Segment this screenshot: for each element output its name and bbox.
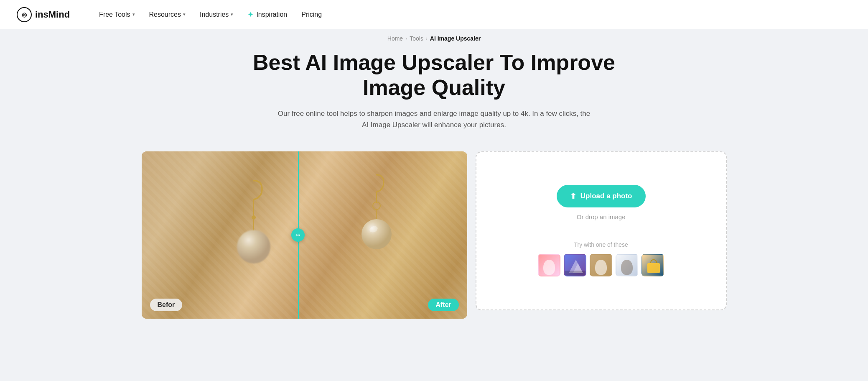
sparkle-icon: ✦ — [247, 10, 254, 19]
navbar: ◎ insMind Free Tools ▾ Resources ▾ Indus… — [0, 0, 868, 29]
sample-thumb-3[interactable] — [590, 254, 612, 276]
logo-icon: ◎ — [17, 7, 32, 22]
before-label: Befor — [150, 299, 183, 311]
nav-resources[interactable]: Resources ▾ — [143, 8, 191, 22]
brand-name: insMind — [35, 9, 70, 20]
sample-thumb-1[interactable] — [538, 254, 560, 276]
breadcrumb-home[interactable]: Home — [387, 35, 403, 42]
nav-inspiration[interactable]: ✦ Inspiration — [242, 7, 293, 23]
try-text: Try with one of these — [574, 241, 628, 248]
drop-text: Or drop an image — [577, 213, 626, 220]
upload-icon: ⬆ — [570, 192, 576, 201]
breadcrumb-sep-1: › — [405, 36, 407, 41]
svg-point-7 — [361, 219, 392, 249]
hero-section: Best AI Image Upscaler To Improve Image … — [0, 46, 868, 143]
earring-left-svg — [233, 176, 275, 268]
chevron-down-icon: ▾ — [183, 12, 186, 17]
svg-point-3 — [237, 230, 270, 263]
breadcrumb: Home › Tools › AI Image Upscaler — [0, 29, 868, 46]
after-label: After — [428, 299, 458, 311]
breadcrumb-current: AI Image Upscaler — [430, 35, 481, 42]
breadcrumb-sep-2: › — [426, 36, 428, 41]
svg-point-1 — [252, 215, 256, 220]
hero-title: Best AI Image Upscaler To Improve Image … — [246, 50, 622, 100]
chevron-down-icon: ▾ — [231, 12, 233, 17]
svg-rect-11 — [565, 271, 586, 276]
nav-items: Free Tools ▾ Resources ▾ Industries ▾ ✦ … — [93, 7, 851, 23]
sample-thumb-4[interactable] — [616, 254, 638, 276]
sample-thumb-2[interactable] — [564, 254, 586, 276]
svg-point-5 — [373, 202, 380, 210]
sample-thumbnails — [538, 254, 664, 276]
nav-free-tools[interactable]: Free Tools ▾ — [93, 8, 140, 22]
nav-pricing[interactable]: Pricing — [295, 8, 328, 22]
upload-panel[interactable]: ⬆ Upload a photo Or drop an image Try wi… — [476, 151, 727, 310]
compare-handle[interactable]: ⇔ — [291, 228, 305, 242]
chevron-down-icon: ▾ — [132, 12, 135, 17]
nav-industries[interactable]: Industries ▾ — [194, 8, 239, 22]
logo[interactable]: ◎ insMind — [17, 7, 70, 22]
svg-rect-12 — [647, 263, 660, 273]
hero-description: Our free online tool helps to sharpen im… — [275, 108, 593, 130]
earring-right-svg — [358, 171, 395, 255]
breadcrumb-tools[interactable]: Tools — [410, 35, 423, 42]
upload-button[interactable]: ⬆ Upload a photo — [557, 185, 646, 207]
image-compare[interactable]: ⇔ Befor After — [142, 151, 467, 319]
sample-thumb-5[interactable] — [641, 254, 664, 276]
tool-area: ⇔ Befor After ⬆ Upload a photo Or drop a… — [129, 151, 739, 319]
